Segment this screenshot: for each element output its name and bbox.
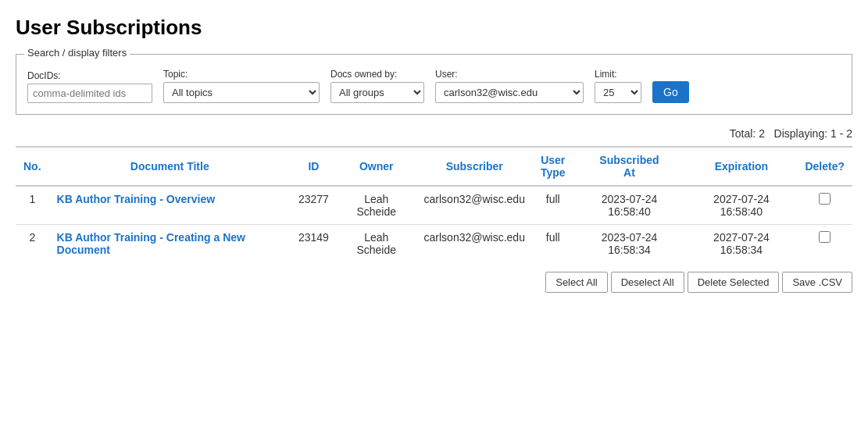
cell-owner: Leah Scheide bbox=[337, 225, 416, 263]
cell-title: KB Author Training - Creating a New Docu… bbox=[49, 225, 291, 263]
docids-input[interactable] bbox=[27, 84, 152, 103]
cell-delete bbox=[797, 186, 852, 225]
table-row: 1KB Author Training - Overview23277Leah … bbox=[16, 186, 852, 225]
filter-legend: Search / display filters bbox=[24, 47, 130, 59]
limit-group: Limit: 25 50 100 bbox=[595, 69, 641, 103]
cell-subscriber: carlson32@wisc.edu bbox=[416, 186, 533, 225]
col-subscriber: Subscriber bbox=[416, 147, 533, 186]
doc-title-link[interactable]: KB Author Training - Creating a New Docu… bbox=[57, 231, 283, 256]
subscriptions-table: No. Document Title ID Owner Subscriber U… bbox=[16, 146, 852, 262]
topic-group: Topic: All topics bbox=[163, 69, 320, 103]
cell-id: 23277 bbox=[291, 186, 337, 225]
cell-subscribed-at: 2023-07-24 16:58:34 bbox=[573, 225, 686, 263]
docs-owned-group: Docs owned by: All groups bbox=[330, 69, 424, 103]
deselect-all-button[interactable]: Deselect All bbox=[611, 272, 684, 293]
delete-checkbox[interactable] bbox=[819, 231, 830, 243]
docs-owned-select[interactable]: All groups bbox=[330, 82, 424, 103]
filter-row: DocIDs: Topic: All topics Docs owned by:… bbox=[27, 69, 841, 103]
doc-title-link[interactable]: KB Author Training - Overview bbox=[57, 193, 216, 205]
limit-label: Limit: bbox=[595, 69, 641, 80]
docids-label: DocIDs: bbox=[27, 70, 152, 81]
go-button[interactable]: Go bbox=[652, 81, 689, 103]
docs-owned-label: Docs owned by: bbox=[330, 69, 424, 80]
action-row: Select All Deselect All Delete Selected … bbox=[16, 272, 852, 293]
cell-owner: Leah Scheide bbox=[337, 186, 416, 225]
delete-checkbox[interactable] bbox=[819, 193, 830, 205]
topic-label: Topic: bbox=[163, 69, 320, 80]
cell-user-type: full bbox=[533, 186, 573, 225]
displaying-label: Displaying: 1 - 2 bbox=[774, 127, 852, 140]
limit-select[interactable]: 25 50 100 bbox=[595, 82, 641, 103]
cell-subscribed-at: 2023-07-24 16:58:40 bbox=[573, 186, 686, 225]
table-row: 2KB Author Training - Creating a New Doc… bbox=[16, 225, 852, 263]
total-label: Total: 2 bbox=[730, 127, 765, 140]
cell-no: 2 bbox=[16, 225, 49, 263]
col-user-type: UserType bbox=[533, 147, 573, 186]
summary-row: Total: 2 Displaying: 1 - 2 bbox=[16, 127, 852, 140]
col-subscribed-at: SubscribedAt bbox=[573, 147, 686, 186]
cell-expiration: 2027-07-24 16:58:40 bbox=[685, 186, 797, 225]
user-group: User: carlson32@wisc.edu bbox=[435, 69, 584, 103]
cell-id: 23149 bbox=[291, 225, 337, 263]
table-header-row: No. Document Title ID Owner Subscriber U… bbox=[16, 147, 852, 186]
col-delete: Delete? bbox=[797, 147, 852, 186]
col-document-title: Document Title bbox=[49, 147, 291, 186]
topic-select[interactable]: All topics bbox=[163, 82, 320, 103]
save-csv-button[interactable]: Save .CSV bbox=[782, 272, 852, 293]
page-title: User Subscriptions bbox=[16, 16, 852, 40]
col-id: ID bbox=[291, 147, 337, 186]
cell-title: KB Author Training - Overview bbox=[49, 186, 291, 225]
docids-group: DocIDs: bbox=[27, 70, 152, 103]
select-all-button[interactable]: Select All bbox=[545, 272, 607, 293]
cell-subscriber: carlson32@wisc.edu bbox=[416, 225, 533, 263]
filter-box: Search / display filters DocIDs: Topic: … bbox=[16, 54, 852, 115]
col-expiration: Expiration bbox=[685, 147, 797, 186]
delete-selected-button[interactable]: Delete Selected bbox=[688, 272, 780, 293]
cell-delete bbox=[797, 225, 852, 263]
col-owner: Owner bbox=[337, 147, 416, 186]
user-select[interactable]: carlson32@wisc.edu bbox=[435, 82, 584, 103]
cell-user-type: full bbox=[533, 225, 573, 263]
cell-expiration: 2027-07-24 16:58:34 bbox=[685, 225, 797, 263]
cell-no: 1 bbox=[16, 186, 49, 225]
user-label: User: bbox=[435, 69, 584, 80]
col-no: No. bbox=[16, 147, 49, 186]
